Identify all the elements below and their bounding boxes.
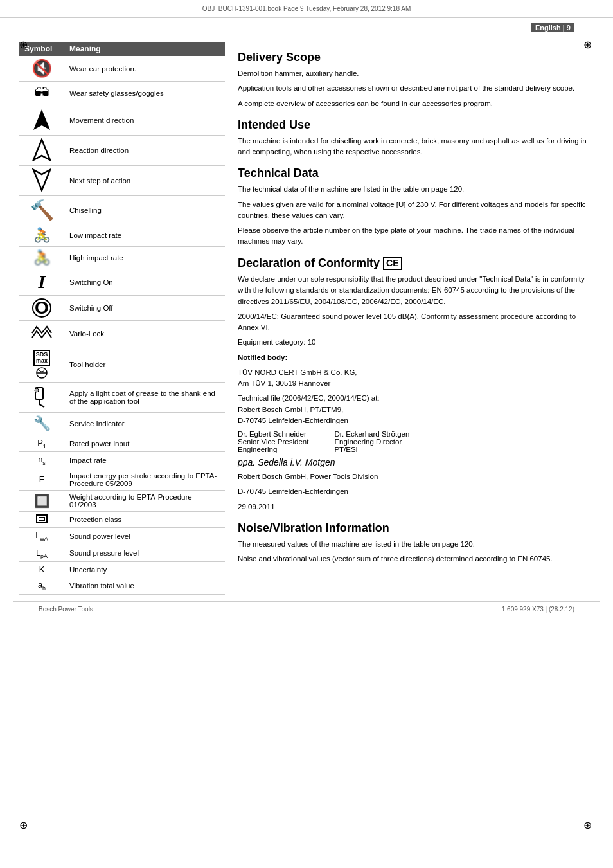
sym-ns-cell: ns	[19, 452, 64, 469]
meaning-p1: Rated power input	[64, 435, 225, 452]
sound-power-symbol: LwA	[35, 530, 48, 540]
uncertainty-symbol: K	[39, 565, 45, 574]
grease-icon	[30, 385, 53, 408]
table-row: Reaction direction	[19, 136, 225, 166]
meaning-tool-holder: Tool holder	[64, 347, 225, 383]
file-info: OBJ_BUCH-1391-001.book Page 9 Tuesday, F…	[202, 5, 411, 12]
low-impact-icon: 🚴	[33, 227, 51, 243]
col-header-meaning: Meaning	[64, 42, 225, 56]
declaration-body2: 2000/14/EC: Guaranteed sound power level…	[238, 311, 594, 334]
sym-service-cell: 🔧	[19, 412, 64, 435]
table-row: E Impact energy per stroke according to …	[19, 469, 225, 490]
table-row: Next step of action	[19, 166, 225, 196]
sym-move-cell	[19, 105, 64, 136]
intended-use-body: The machine is intended for chiselling w…	[238, 136, 594, 158]
service-indicator-icon: 🔧	[33, 415, 51, 431]
person2-name: Dr. Eckerhard Strötgen	[334, 430, 409, 438]
top-nav: English | 9	[13, 21, 600, 35]
sym-p1-cell: P1	[19, 435, 64, 452]
page-header: OBJ_BUCH-1391-001.book Page 9 Tuesday, F…	[0, 0, 613, 18]
sym-lpa-cell: LpA	[19, 545, 64, 562]
company: Robert Bosch GmbH, Power Tools Division	[238, 471, 594, 482]
meaning-eye: Wear safety glasses/goggles	[64, 82, 225, 105]
meaning-e: Impact energy per stroke according to EP…	[64, 469, 225, 490]
symbol-table: Symbol Meaning 🔇 Wear ear protection.	[19, 42, 225, 595]
sym-reaction-cell	[19, 136, 64, 166]
rated-power-symbol: P1	[37, 438, 46, 448]
table-row: I Switching On	[19, 269, 225, 296]
reaction-direction-icon	[32, 138, 51, 161]
switching-off-icon: O	[32, 298, 51, 318]
corner-mark-br: ⊕	[583, 819, 594, 829]
svg-marker-0	[33, 109, 50, 130]
person1: Dr. Egbert Schneider Senior Vice Preside…	[238, 430, 308, 453]
sym-vario-lock-cell	[19, 321, 64, 347]
chiselling-icon: 🔨	[30, 199, 54, 221]
table-row: Protection class	[19, 511, 225, 527]
meaning-lpa: Sound pressure level	[64, 545, 225, 562]
sym-lwa-cell: LwA	[19, 527, 64, 545]
sym-ah-cell: ah	[19, 577, 64, 595]
protection-class-icon	[36, 514, 48, 523]
impact-rate-symbol: ns	[38, 455, 46, 464]
date: 29.09.2011	[238, 502, 594, 512]
meaning-lwa: Sound power level	[64, 527, 225, 545]
meaning-k: Uncertainty	[64, 562, 225, 577]
meaning-ear: Wear ear protection.	[64, 56, 225, 82]
meaning-high-impact: High impact rate	[64, 247, 225, 269]
tech-file: Technical file (2006/42/EC, 2000/14/EC) …	[238, 393, 594, 426]
signature-area: ppa. Sedella i.V. Motgen	[238, 457, 594, 467]
sym-prot-cell	[19, 511, 64, 527]
meaning-grease: Apply a light coat of grease to the shan…	[64, 382, 225, 412]
address: D-70745 Leinfelden-Echterdingen	[238, 486, 594, 497]
vibration-symbol: ah	[38, 580, 46, 590]
meaning-move: Movement direction	[64, 105, 225, 136]
corner-mark-bl: ⊕	[19, 819, 30, 829]
declaration-persons: Dr. Egbert Schneider Senior Vice Preside…	[238, 430, 594, 453]
sym-tool-holder-cell: SDSmax	[19, 347, 64, 383]
table-row: LpA Sound pressure level	[19, 545, 225, 562]
ce-mark: CE	[383, 257, 402, 270]
technical-data-para1: The technical data of the machine are li…	[238, 184, 594, 195]
sym-high-impact-cell: 🚴	[19, 247, 64, 269]
delivery-scope-para1: Demolition hammer, auxiliary handle.	[238, 68, 594, 79]
table-row: 🚴 Low impact rate	[19, 224, 225, 247]
meaning-switch-on: Switching On	[64, 269, 225, 296]
sym-ear-cell: 🔇	[19, 56, 64, 82]
svg-marker-2	[33, 170, 50, 190]
meaning-service: Service Indicator	[64, 412, 225, 435]
meaning-vario-lock: Vario-Lock	[64, 321, 225, 347]
technical-data-title: Technical Data	[238, 167, 594, 180]
person1-name: Dr. Egbert Schneider	[238, 430, 308, 438]
footer-right: 1 609 929 X73 | (28.2.12)	[502, 606, 574, 613]
sound-pressure-symbol: LpA	[36, 548, 48, 557]
tool-holder-icon: SDSmax	[33, 350, 51, 379]
right-column: Delivery Scope Demolition hammer, auxili…	[238, 42, 594, 595]
table-row: Apply a light coat of grease to the shan…	[19, 382, 225, 412]
meaning-switch-off: Switching Off	[64, 296, 225, 321]
safety-glasses-icon: 🕶	[34, 84, 49, 102]
sym-switch-on-cell: I	[19, 269, 64, 296]
weight-icon: 🔲	[34, 494, 50, 508]
meaning-ah: Vibration total value	[64, 577, 225, 595]
symbol-table-container: Symbol Meaning 🔇 Wear ear protection.	[19, 42, 225, 595]
meaning-weight: Weight according to EPTA-Procedure 01/20…	[64, 490, 225, 511]
person2: Dr. Eckerhard Strötgen Engineering Direc…	[334, 430, 409, 453]
meaning-ns: Impact rate	[64, 452, 225, 469]
meaning-reaction: Reaction direction	[64, 136, 225, 166]
table-row: 🕶 Wear safety glasses/goggles	[19, 82, 225, 105]
sym-weight-cell: 🔲	[19, 490, 64, 511]
energy-symbol: E	[39, 475, 45, 484]
sym-e-cell: E	[19, 469, 64, 490]
movement-direction-icon	[32, 108, 51, 131]
meaning-chisel: Chiselling	[64, 196, 225, 224]
table-row: 🔨 Chiselling	[19, 196, 225, 224]
next-step-icon	[32, 168, 51, 192]
table-row: Vario-Lock	[19, 321, 225, 347]
table-row: SDSmax Tool holder	[19, 347, 225, 383]
sym-k-cell: K	[19, 562, 64, 577]
delivery-scope-title: Delivery Scope	[238, 51, 594, 64]
declaration-body1: We declare under our sole responsibility…	[238, 274, 594, 307]
lang-badge: English | 9	[531, 23, 574, 32]
person1-title1: Senior Vice President	[238, 438, 308, 446]
